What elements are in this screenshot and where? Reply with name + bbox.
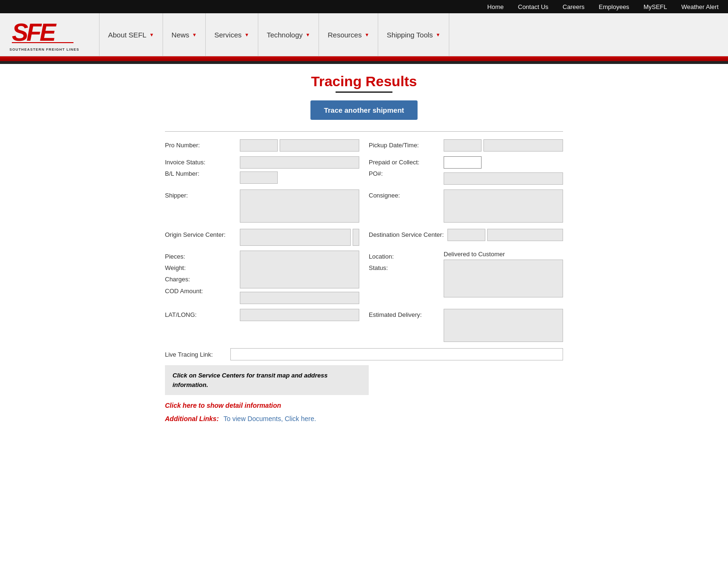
- red-stripe: [0, 56, 728, 61]
- live-tracing-row: Live Tracing Link:: [165, 348, 563, 360]
- services-nav[interactable]: Services ▼: [206, 13, 258, 56]
- prepaid-collect-input[interactable]: [444, 156, 482, 169]
- consignee-field: [444, 189, 563, 224]
- invoice-status-input[interactable]: [240, 156, 359, 169]
- mysefl-link[interactable]: MySEFL: [644, 3, 667, 10]
- pickup-date-input[interactable]: [444, 139, 482, 152]
- po-number-label: PO#:: [369, 170, 440, 178]
- shipping-tools-label: Shipping Tools: [387, 31, 433, 39]
- additional-links-label: Additional Links:: [165, 415, 219, 422]
- documents-link[interactable]: To view Documents, Click here.: [224, 415, 316, 422]
- main-navigation: SFE SOUTHEASTERN FREIGHT LINES About SEF…: [0, 13, 728, 56]
- news-arrow: ▼: [192, 32, 197, 37]
- dest-sc-field: [447, 229, 563, 241]
- dest-sc-input[interactable]: [447, 229, 485, 241]
- form-row-shipper-consignee: Shipper: Consignee:: [165, 189, 563, 224]
- est-delivery-label: Estimated Delivery:: [369, 309, 440, 319]
- form-half-pieces: Pieces: Weight: Charges: COD Amount:: [165, 251, 359, 304]
- prepaid-collect-label: Prepaid or Collect:: [369, 158, 440, 167]
- logo-text: SFE: [9, 18, 76, 46]
- form-half-status: Location: Status: Delivered to Customer: [369, 251, 563, 299]
- delivered-value: Delivered to Customer: [444, 251, 563, 258]
- latlong-label: LAT/LONG:: [165, 309, 236, 319]
- bl-number-label: B/L Number:: [165, 170, 236, 178]
- trace-button-wrapper: Trace another shipment: [165, 100, 563, 120]
- latlong-input[interactable]: [240, 309, 359, 321]
- invoice-bl-labels: Invoice Status: B/L Number:: [165, 156, 236, 178]
- location-label: Location:: [369, 252, 440, 261]
- status-label: Status:: [369, 264, 440, 272]
- bl-number-input[interactable]: [240, 171, 278, 184]
- dest-sc-input2[interactable]: [487, 229, 563, 241]
- nav-items: About SEFL ▼ News ▼ Services ▼ Technolog…: [100, 13, 728, 56]
- shipper-input[interactable]: [240, 189, 359, 223]
- technology-nav[interactable]: Technology ▼: [258, 13, 319, 56]
- svg-text:SFE: SFE: [12, 18, 56, 44]
- est-delivery-field: [444, 309, 563, 343]
- live-tracing-input[interactable]: [230, 348, 563, 360]
- news-label: News: [172, 31, 190, 39]
- po-number-input[interactable]: [444, 172, 563, 185]
- status-input[interactable]: [444, 260, 563, 297]
- est-delivery-input[interactable]: [444, 309, 563, 342]
- origin-sc-input[interactable]: [240, 229, 351, 246]
- pro-number-field: [240, 139, 359, 152]
- tracing-form: Pro Number: Pickup Date/Time:: [165, 131, 563, 422]
- news-nav[interactable]: News ▼: [163, 13, 206, 56]
- latlong-field: [240, 309, 359, 321]
- trace-another-button[interactable]: Trace another shipment: [310, 100, 417, 120]
- shipping-tools-arrow: ▼: [436, 32, 440, 37]
- dest-sc-label: Destination Service Center:: [369, 229, 444, 239]
- technology-arrow: ▼: [306, 32, 310, 37]
- origin-sc-input2[interactable]: [353, 229, 359, 246]
- pieces-field: [240, 251, 359, 304]
- page-title-area: Tracing Results: [165, 73, 563, 93]
- pro-number-label: Pro Number:: [165, 139, 236, 150]
- form-half-invoice: Invoice Status: B/L Number:: [165, 156, 359, 184]
- form-row-invoice-prepaid: Invoice Status: B/L Number: Prepaid or C…: [165, 156, 563, 185]
- shipper-label: Shipper:: [165, 189, 236, 200]
- form-half-consignee: Consignee:: [369, 189, 563, 224]
- form-row-pro-pickup: Pro Number: Pickup Date/Time:: [165, 139, 563, 152]
- employees-link[interactable]: Employees: [599, 3, 629, 10]
- form-half-est-delivery: Estimated Delivery:: [369, 309, 563, 343]
- weight-label: Weight:: [165, 264, 236, 272]
- pro-number-input-small[interactable]: [240, 139, 278, 152]
- consignee-input[interactable]: [444, 189, 563, 223]
- contact-us-link[interactable]: Contact Us: [518, 3, 548, 10]
- resources-nav[interactable]: Resources ▼: [319, 13, 378, 56]
- pieces-input[interactable]: [240, 251, 359, 288]
- resources-arrow: ▼: [364, 32, 369, 37]
- home-link[interactable]: Home: [487, 3, 504, 10]
- services-label: Services: [214, 31, 242, 39]
- pro-number-input[interactable]: [280, 139, 359, 152]
- pieces-labels: Pieces: Weight: Charges: COD Amount:: [165, 251, 236, 296]
- form-half-prepaid: Prepaid or Collect: PO#:: [369, 156, 563, 185]
- form-row-origin-dest: Origin Service Center: Destination Servi…: [165, 229, 563, 246]
- title-underline: [336, 91, 392, 93]
- shipping-tools-nav[interactable]: Shipping Tools ▼: [378, 13, 449, 56]
- cod-amount-label: COD Amount:: [165, 287, 236, 296]
- weather-alert-link[interactable]: Weather Alert: [681, 3, 719, 10]
- form-half-shipper: Shipper:: [165, 189, 359, 224]
- form-half-pickup: Pickup Date/Time:: [369, 139, 563, 152]
- logo-svg: SFE: [9, 18, 76, 44]
- about-sefl-arrow: ▼: [149, 32, 154, 37]
- additional-links-row: Additional Links: To view Documents, Cli…: [165, 415, 563, 422]
- about-sefl-nav[interactable]: About SEFL ▼: [100, 13, 163, 56]
- origin-sc-label: Origin Service Center:: [165, 229, 236, 239]
- origin-sc-field: [240, 229, 359, 246]
- pickup-time-input[interactable]: [483, 139, 563, 152]
- cod-input[interactable]: [240, 292, 359, 304]
- about-sefl-label: About SEFL: [108, 31, 146, 39]
- pickup-datetime-label: Pickup Date/Time:: [369, 139, 440, 150]
- careers-link[interactable]: Careers: [563, 3, 584, 10]
- invoice-bl-fields: [240, 156, 359, 184]
- form-half-latlong: LAT/LONG:: [165, 309, 359, 321]
- detail-link[interactable]: Click here to show detail information: [165, 402, 281, 409]
- form-row-pieces-status: Pieces: Weight: Charges: COD Amount: Loc…: [165, 251, 563, 304]
- resources-label: Resources: [328, 31, 362, 39]
- top-utility-bar: Home Contact Us Careers Employees MySEFL…: [0, 0, 728, 13]
- form-half-pro: Pro Number:: [165, 139, 359, 152]
- status-field: Delivered to Customer: [444, 251, 563, 299]
